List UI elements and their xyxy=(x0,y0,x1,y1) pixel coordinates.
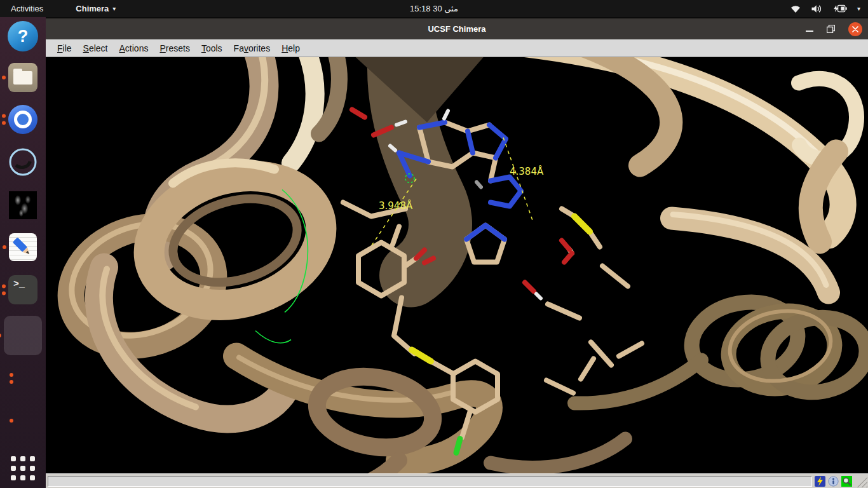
distance-label-1: 3.948Å xyxy=(379,200,413,212)
menu-select[interactable]: Select xyxy=(78,43,114,53)
menu-file[interactable]: File xyxy=(51,43,78,53)
running-indicator xyxy=(2,76,6,79)
protein-ribbons xyxy=(54,57,868,473)
resize-grip[interactable] xyxy=(855,475,867,487)
menu-actions[interactable]: Actions xyxy=(114,43,154,53)
menu-help[interactable]: Help xyxy=(276,43,306,53)
menu-favorites[interactable]: Favorites xyxy=(228,43,276,53)
wifi-icon xyxy=(790,4,801,14)
dock-item-help[interactable]: ? xyxy=(8,21,38,51)
structure-canvas[interactable]: 3.948Å 4.384Å xyxy=(46,57,868,473)
app-menu-button[interactable]: Chimera ▾ xyxy=(76,4,116,13)
app-menu-label: Chimera xyxy=(76,4,109,13)
molecule-viewport[interactable]: 3.948Å 4.384Å xyxy=(46,57,868,473)
running-indicator-group xyxy=(10,373,13,384)
dock-item-terminal[interactable]: >_ xyxy=(8,275,37,304)
dock-item-files[interactable] xyxy=(8,63,37,92)
info-icon[interactable] xyxy=(828,476,839,487)
text-editor-icon xyxy=(9,233,37,261)
ring-app-icon xyxy=(8,147,38,177)
active-app-placeholder-icon xyxy=(4,316,42,355)
maximize-button[interactable] xyxy=(827,25,835,33)
dock-item-text-editor[interactable] xyxy=(9,233,37,261)
dock-item-molecule-viewer[interactable] xyxy=(9,191,37,219)
battery-icon xyxy=(832,4,848,13)
system-menu-chevron-icon: ▾ xyxy=(857,5,860,12)
dock-item-ring-app[interactable] xyxy=(8,147,38,180)
window-controls xyxy=(806,18,862,39)
distance-label-2: 4.384Å xyxy=(510,165,544,177)
window-titlebar[interactable]: UCSF Chimera xyxy=(46,18,868,39)
menu-tools[interactable]: Tools xyxy=(196,43,228,53)
volume-icon xyxy=(811,4,823,14)
magnifier-icon[interactable] xyxy=(841,476,852,487)
minimize-button[interactable] xyxy=(806,30,813,32)
molecule-thumbnail-icon xyxy=(9,191,37,219)
close-button[interactable] xyxy=(848,22,862,36)
running-indicator xyxy=(0,334,1,337)
dock-item-active-app[interactable] xyxy=(4,316,42,355)
chimera-window: UCSF Chimera File Select Actions Presets… xyxy=(46,17,868,488)
show-applications-icon[interactable] xyxy=(11,456,35,480)
help-icon: ? xyxy=(8,21,38,51)
terminal-icon: >_ xyxy=(8,275,37,304)
running-indicator xyxy=(2,285,6,295)
menu-presets[interactable]: Presets xyxy=(154,43,195,53)
files-icon xyxy=(8,63,37,92)
gnome-top-bar: Activities Chimera ▾ 15:18 30 مئی ▾ xyxy=(0,0,868,17)
ubuntu-dock: ? >_ xyxy=(0,17,46,488)
chromium-icon xyxy=(8,105,37,134)
activities-button[interactable]: Activities xyxy=(0,4,54,13)
status-bar xyxy=(46,473,868,488)
running-indicator xyxy=(10,419,13,423)
status-message-field[interactable] xyxy=(48,476,812,487)
running-indicator xyxy=(2,114,6,125)
running-indicator xyxy=(3,245,6,249)
chevron-down-icon: ▾ xyxy=(112,5,116,12)
system-status-area[interactable]: ▾ xyxy=(790,4,868,14)
rapid-access-lightning-icon[interactable] xyxy=(815,476,825,487)
window-title: UCSF Chimera xyxy=(428,24,485,34)
menu-bar: File Select Actions Presets Tools Favori… xyxy=(46,39,868,57)
close-icon xyxy=(852,26,858,32)
clock-indicator[interactable]: 15:18 30 مئی xyxy=(410,4,458,13)
dock-item-chromium[interactable] xyxy=(8,105,37,134)
desktop: ? >_ xyxy=(0,17,868,488)
